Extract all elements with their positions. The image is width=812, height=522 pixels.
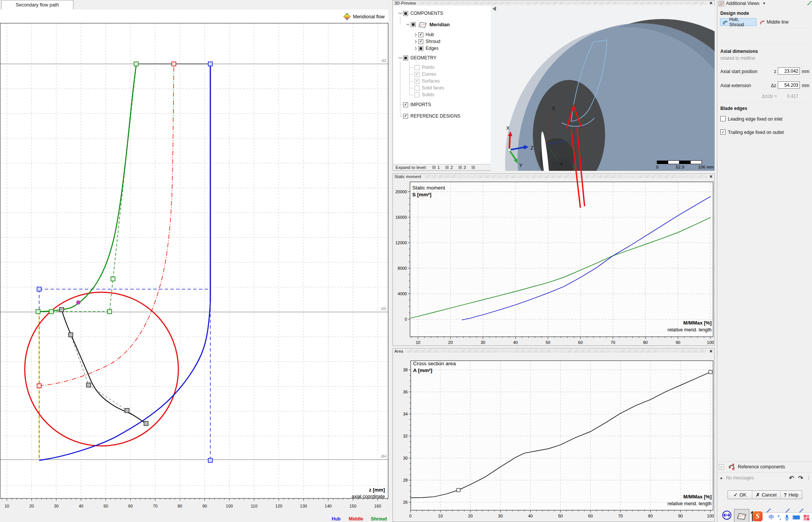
redo-icon[interactable]: ↷ bbox=[798, 474, 803, 482]
header-drag-hatch[interactable] bbox=[418, 2, 707, 5]
undo-icon[interactable]: ↶ bbox=[789, 474, 794, 482]
chevron-expanded-icon[interactable]: ❯ bbox=[399, 55, 402, 60]
tree-item-edges[interactable]: ❯Edges bbox=[413, 45, 439, 52]
control-point-marker[interactable] bbox=[208, 62, 213, 66]
ime-cn-icon[interactable]: 中 bbox=[769, 514, 774, 521]
microphone-icon[interactable] bbox=[785, 514, 789, 520]
meridian-view-button[interactable] bbox=[734, 509, 749, 522]
leading-edge-checkbox[interactable] bbox=[720, 116, 726, 121]
3d-preview-header[interactable]: 3D-Preview ✕ bbox=[393, 0, 714, 6]
tree-item-hub[interactable]: ❯Hub bbox=[413, 31, 434, 38]
tree-checkbox[interactable] bbox=[418, 46, 423, 51]
ime-toolbar[interactable]: 中 °, ⌨ bbox=[760, 512, 812, 522]
tree-item-solids[interactable]: Solids bbox=[415, 91, 434, 98]
ime-menu-icon[interactable] bbox=[804, 515, 809, 520]
control-point-marker[interactable] bbox=[37, 287, 41, 291]
more-options-icon[interactable]: ⋮ bbox=[806, 475, 811, 481]
control-point-marker[interactable] bbox=[134, 62, 138, 66]
design-mode-hub-shroud-button[interactable]: Hub, Shroud bbox=[720, 18, 756, 26]
tree-item-shroud[interactable]: ❯Shroud bbox=[413, 38, 440, 45]
x-tick-label: 10 bbox=[5, 504, 9, 508]
tree-checkbox[interactable] bbox=[415, 92, 420, 97]
tree-checkbox[interactable] bbox=[403, 102, 408, 107]
header-drag-hatch[interactable] bbox=[423, 175, 707, 178]
control-point-marker[interactable] bbox=[108, 310, 112, 314]
tree-checkbox[interactable] bbox=[403, 56, 408, 60]
expand-level-all-icon[interactable]: ⊞ bbox=[471, 165, 475, 170]
x-tick-label: 70 bbox=[618, 514, 623, 518]
shroud-point-highlight[interactable] bbox=[76, 301, 80, 304]
data-point-marker[interactable] bbox=[709, 370, 712, 374]
chevron-collapsed-icon[interactable]: ❯ bbox=[413, 33, 418, 37]
tree-item-components[interactable]: ❯COMPONENTS bbox=[398, 10, 443, 17]
control-point-marker[interactable] bbox=[49, 310, 54, 314]
expand-level-icon[interactable]: ⊞ bbox=[445, 165, 449, 170]
chevron-collapsed-icon[interactable]: ❯ bbox=[413, 40, 418, 43]
keyboard-icon[interactable]: ⌨ bbox=[793, 514, 800, 520]
static-moment-header[interactable]: Static moment ✕ bbox=[393, 174, 714, 179]
x-tick-label: 40 bbox=[79, 504, 83, 508]
tree-checkbox[interactable] bbox=[418, 32, 423, 37]
expand-level-2[interactable]: 2 bbox=[450, 165, 453, 170]
header-drag-hatch[interactable] bbox=[405, 350, 707, 353]
x-tick-label: 30 bbox=[481, 340, 485, 345]
help-button[interactable]: ?Help bbox=[780, 491, 802, 499]
expand-level-1[interactable]: 1 bbox=[437, 165, 440, 170]
control-point-marker[interactable] bbox=[208, 458, 213, 463]
collapse-tree-icon[interactable] bbox=[493, 6, 496, 11]
chevron-expanded-icon[interactable]: ❯ bbox=[406, 22, 410, 27]
area-header[interactable]: Area ✕ bbox=[393, 349, 714, 354]
tree-item-meridian[interactable]: ❯Meridian bbox=[405, 21, 450, 28]
control-point-marker[interactable] bbox=[172, 62, 176, 66]
tree-checkbox[interactable] bbox=[415, 72, 420, 77]
ime-punctuation-icon[interactable]: °, bbox=[777, 514, 781, 520]
trailing-edge-checkbox[interactable]: ✓ bbox=[720, 129, 726, 135]
control-point-marker[interactable] bbox=[125, 409, 129, 413]
reference-components-row[interactable]: ✓ R Reference components bbox=[717, 461, 812, 473]
tree-item-imports[interactable]: IMPORTS bbox=[403, 101, 431, 108]
tree-item-points[interactable]: Points bbox=[415, 64, 434, 71]
tree-checkbox[interactable] bbox=[415, 79, 420, 84]
tree-item-solid-faces[interactable]: Solid faces bbox=[415, 84, 444, 91]
tree-checkbox[interactable] bbox=[418, 39, 423, 44]
control-point-marker[interactable] bbox=[144, 422, 148, 426]
additional-views-header[interactable]: Additional Views ▼ bbox=[717, 0, 812, 7]
control-point-marker[interactable] bbox=[69, 333, 73, 337]
tree-checkbox[interactable] bbox=[403, 11, 408, 16]
control-point-marker[interactable] bbox=[87, 383, 91, 387]
expand-level-3[interactable]: 3 bbox=[464, 165, 466, 170]
tree-item-geometry[interactable]: ❯GEOMETRY bbox=[398, 54, 436, 61]
tree-checkbox[interactable] bbox=[403, 114, 408, 119]
axial-start-input[interactable] bbox=[778, 67, 800, 75]
tab-secondary-flow-path[interactable]: Secondary flow path bbox=[1, 0, 73, 10]
3d-viewport[interactable]: X Y X Z Y 0 52.9 106 mm bbox=[491, 6, 715, 171]
data-point-marker[interactable] bbox=[457, 489, 460, 492]
close-icon[interactable]: ✕ bbox=[709, 175, 713, 178]
chevron-collapsed-icon[interactable]: ❯ bbox=[413, 46, 418, 50]
tree-item-surfaces[interactable]: Surfaces bbox=[415, 78, 440, 84]
control-point-marker[interactable] bbox=[111, 277, 115, 281]
chevron-down-icon[interactable]: ▼ bbox=[763, 2, 766, 5]
expand-level-icon[interactable]: ⊞ bbox=[432, 165, 436, 170]
control-point-marker[interactable] bbox=[36, 310, 40, 314]
y-tick-label: 12000 bbox=[395, 240, 407, 245]
tree-checkbox[interactable] bbox=[411, 22, 416, 27]
close-icon[interactable]: ✕ bbox=[709, 349, 713, 353]
tree-item-reference-designs[interactable]: REFERENCE DESIGNS bbox=[403, 113, 460, 119]
design-mode-middle-line-button[interactable]: Middle line bbox=[758, 18, 791, 26]
control-point-marker[interactable] bbox=[37, 384, 41, 388]
tree-checkbox[interactable] bbox=[415, 65, 420, 70]
tree-checkbox[interactable] bbox=[415, 86, 420, 91]
expand-level-icon[interactable]: ⊞ bbox=[458, 165, 462, 170]
collapse-messages-icon[interactable]: ▲ bbox=[720, 476, 723, 480]
ok-button[interactable]: ✓OK bbox=[728, 491, 752, 499]
control-point-marker[interactable] bbox=[60, 308, 64, 312]
close-icon[interactable]: ✕ bbox=[709, 1, 713, 5]
sogou-logo-icon[interactable]: S bbox=[753, 511, 763, 521]
axial-extension-input[interactable] bbox=[778, 81, 800, 89]
fit-view-icon[interactable] bbox=[722, 510, 732, 520]
messages-bar[interactable]: ▲ No messages ↶ ↷ ⋮ bbox=[717, 473, 812, 482]
chevron-expanded-icon[interactable]: ❯ bbox=[399, 11, 402, 16]
cancel-button[interactable]: ✗Cancel bbox=[752, 491, 780, 499]
tree-item-curves[interactable]: Curves bbox=[415, 71, 436, 78]
